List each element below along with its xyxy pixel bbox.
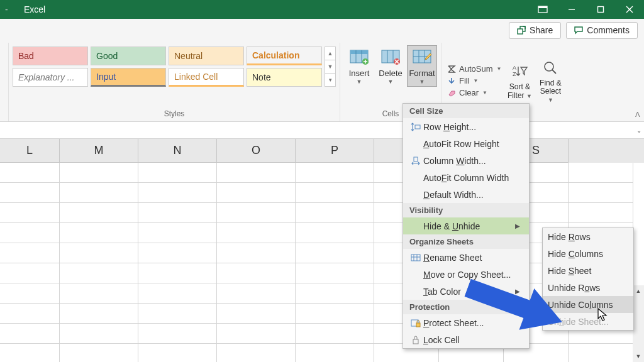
table-row[interactable] bbox=[0, 163, 644, 183]
cell[interactable] bbox=[0, 283, 60, 304]
cell[interactable] bbox=[138, 183, 217, 203]
menu-col-width[interactable]: Column Width... bbox=[403, 152, 529, 169]
menu-hide-rows[interactable]: Hide Rows bbox=[543, 228, 633, 245]
ribbon-display-icon[interactable] bbox=[528, 0, 557, 19]
cell[interactable] bbox=[569, 203, 633, 223]
cell[interactable] bbox=[138, 344, 217, 362]
collapse-ribbon-icon[interactable]: ᐱ bbox=[635, 111, 640, 119]
autosum-button[interactable]: AutoSum▼ bbox=[445, 63, 503, 74]
cell[interactable] bbox=[296, 183, 374, 203]
cell[interactable] bbox=[60, 203, 138, 223]
col-header-L[interactable]: L bbox=[0, 139, 60, 163]
scroll-down-icon[interactable]: ▼ bbox=[633, 351, 644, 362]
delete-button[interactable]: Delete ▼ bbox=[375, 45, 406, 87]
cell[interactable] bbox=[217, 263, 296, 283]
cell[interactable] bbox=[569, 183, 633, 203]
menu-hide-sheet[interactable]: Hide Sheet bbox=[543, 262, 633, 279]
styles-gallery[interactable]: Bad Good Neutral Calculation Explanatory… bbox=[13, 43, 322, 87]
cell[interactable] bbox=[217, 283, 296, 304]
insert-button[interactable]: Insert ▼ bbox=[344, 45, 374, 87]
cell[interactable] bbox=[0, 183, 60, 203]
cell[interactable] bbox=[0, 324, 60, 344]
cell[interactable] bbox=[217, 324, 296, 344]
cell[interactable] bbox=[296, 203, 374, 223]
cell[interactable] bbox=[296, 243, 374, 263]
fill-button[interactable]: Fill▼ bbox=[445, 75, 503, 86]
cell[interactable] bbox=[0, 304, 60, 324]
cell[interactable] bbox=[569, 344, 633, 362]
cell[interactable] bbox=[296, 263, 374, 283]
cell[interactable] bbox=[296, 283, 374, 304]
format-button[interactable]: Format ▼ bbox=[407, 45, 437, 87]
sort-filter-button[interactable]: AZ Sort &Filter ▼ bbox=[505, 60, 534, 101]
cell[interactable] bbox=[138, 203, 217, 223]
style-input[interactable]: Input bbox=[91, 68, 166, 87]
cell[interactable] bbox=[296, 304, 374, 324]
cell[interactable] bbox=[0, 263, 60, 283]
cell[interactable] bbox=[0, 344, 60, 362]
menu-rename-sheet[interactable]: Rename Sheet bbox=[403, 249, 529, 266]
table-row[interactable] bbox=[0, 203, 644, 223]
cell[interactable] bbox=[60, 304, 138, 324]
comments-button[interactable]: Comments bbox=[566, 22, 638, 39]
cell[interactable] bbox=[60, 263, 138, 283]
table-row[interactable] bbox=[0, 183, 644, 203]
menu-row-height[interactable]: Row Height... bbox=[403, 118, 529, 135]
cell[interactable] bbox=[217, 344, 296, 362]
cell[interactable] bbox=[60, 243, 138, 263]
cell[interactable] bbox=[217, 163, 296, 183]
minimize-button[interactable] bbox=[557, 0, 586, 19]
menu-hide-cols[interactable]: Hide Columns bbox=[543, 245, 633, 262]
close-button[interactable] bbox=[615, 0, 644, 19]
menu-autofit-col[interactable]: AutoFit Column Width bbox=[403, 169, 529, 186]
menu-autofit-row[interactable]: AutoFit Row Height bbox=[403, 135, 529, 152]
menu-lock-cell[interactable]: Lock Cell bbox=[403, 331, 529, 348]
style-linked-cell[interactable]: Linked Cell bbox=[169, 68, 244, 87]
cell[interactable] bbox=[217, 243, 296, 263]
cell[interactable] bbox=[138, 243, 217, 263]
style-neutral[interactable]: Neutral bbox=[169, 47, 244, 65]
cell[interactable] bbox=[138, 283, 217, 304]
styles-up-icon[interactable]: ▲ bbox=[325, 47, 335, 60]
cell[interactable] bbox=[296, 344, 374, 362]
cell[interactable] bbox=[60, 283, 138, 304]
cell[interactable] bbox=[60, 183, 138, 203]
col-header-O[interactable]: O bbox=[217, 139, 296, 163]
cell[interactable] bbox=[569, 163, 633, 183]
cell[interactable] bbox=[296, 163, 374, 183]
style-good[interactable]: Good bbox=[91, 47, 166, 65]
scroll-up-icon[interactable]: ▲ bbox=[633, 285, 644, 297]
cell[interactable] bbox=[0, 243, 60, 263]
cell[interactable] bbox=[217, 304, 296, 324]
style-explanatory[interactable]: Explanatory ... bbox=[13, 68, 88, 87]
column-headers[interactable]: LMNOPS bbox=[0, 139, 644, 163]
cell[interactable] bbox=[0, 223, 60, 243]
cell[interactable] bbox=[0, 203, 60, 223]
styles-down-icon[interactable]: ▼ bbox=[325, 60, 335, 74]
cell[interactable] bbox=[0, 163, 60, 183]
cell[interactable] bbox=[217, 203, 296, 223]
cell[interactable] bbox=[60, 163, 138, 183]
menu-default-width[interactable]: Default Width... bbox=[403, 186, 529, 203]
cell[interactable] bbox=[217, 183, 296, 203]
cell[interactable] bbox=[296, 324, 374, 344]
col-header-N[interactable]: N bbox=[138, 139, 217, 163]
find-select-button[interactable]: Find &Select ▼ bbox=[536, 56, 565, 106]
col-header-P[interactable]: P bbox=[296, 139, 374, 163]
cell[interactable] bbox=[217, 223, 296, 243]
share-button[interactable]: Share bbox=[509, 22, 561, 39]
cell[interactable] bbox=[60, 223, 138, 243]
cell[interactable] bbox=[138, 324, 217, 344]
formula-expand-icon[interactable]: ⌄ bbox=[636, 127, 641, 134]
cell[interactable] bbox=[60, 324, 138, 344]
cell[interactable] bbox=[60, 344, 138, 362]
styles-dropdown[interactable]: ▲ ▼ ▾ bbox=[325, 47, 336, 87]
cell[interactable] bbox=[138, 304, 217, 324]
col-header-M[interactable]: M bbox=[60, 139, 138, 163]
table-row[interactable] bbox=[0, 344, 644, 362]
menu-hide-unhide[interactable]: Hide & Unhide▶ bbox=[403, 217, 529, 234]
style-note[interactable]: Note bbox=[247, 68, 322, 87]
cell[interactable] bbox=[138, 263, 217, 283]
formula-bar[interactable]: ⌄ bbox=[0, 122, 644, 139]
cell[interactable] bbox=[296, 223, 374, 243]
